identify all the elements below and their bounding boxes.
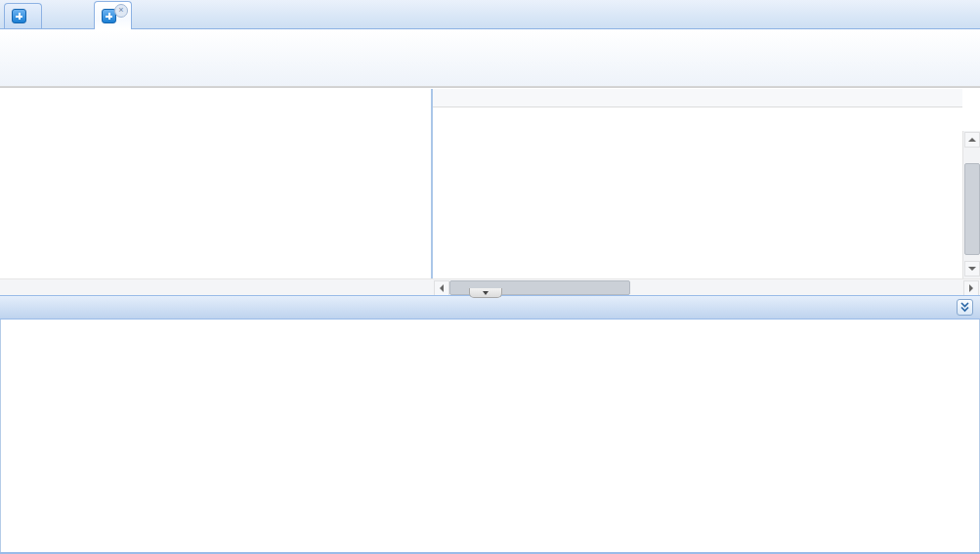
scroll-up-button[interactable]: [964, 132, 980, 148]
scroll-right-button[interactable]: [963, 280, 979, 296]
tab-monthly-performance[interactable]: ×: [94, 1, 132, 29]
double-chevron-down-icon: [959, 302, 970, 313]
scroll-left-button[interactable]: [434, 280, 449, 296]
toolbar: [0, 29, 980, 87]
line-chart-canvas: [1, 320, 979, 552]
grid-header-months: [433, 107, 962, 131]
app-window-icon: [12, 9, 26, 23]
tab-close-icon[interactable]: ×: [114, 4, 128, 18]
panel-collapse-button[interactable]: [957, 299, 973, 316]
tab-customer-info[interactable]: [4, 3, 42, 28]
grid-body-months: [433, 131, 962, 273]
performance-grid: [0, 87, 980, 295]
tab-bar: ×: [0, 0, 980, 29]
chart-panel-header: [0, 295, 980, 320]
scroll-down-button[interactable]: [964, 261, 980, 277]
grid-body-left: [0, 131, 431, 273]
trend-chart: [0, 320, 980, 552]
app-window: { "tabs": [ {"label": "客户信息", "active": …: [0, 0, 980, 554]
grid-header-spacer: [433, 89, 962, 107]
grid-header-left: [0, 89, 431, 131]
vertical-scrollbar[interactable]: [962, 131, 980, 278]
frozen-pane-divider: [431, 89, 433, 278]
splitter-collapse-handle[interactable]: [469, 288, 502, 298]
vertical-scrollbar-thumb[interactable]: [964, 163, 980, 255]
